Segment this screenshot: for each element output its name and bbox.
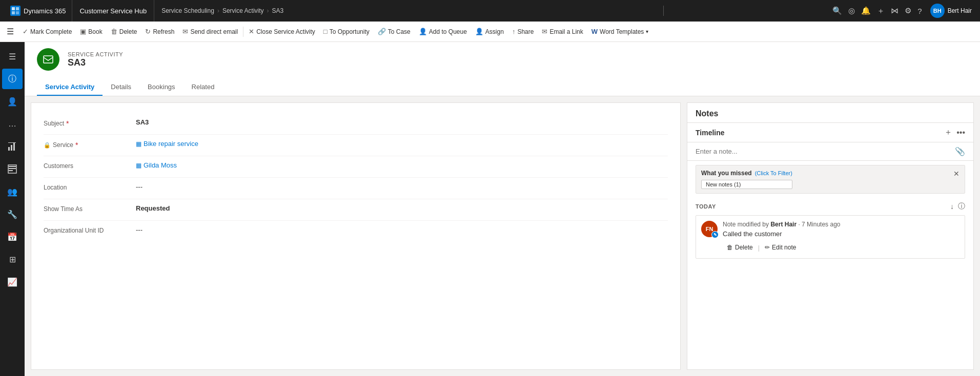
sidebar-item-calendar[interactable]: 📅 <box>2 226 23 247</box>
notifications-icon[interactable]: 🔔 <box>861 6 871 15</box>
tasks-icon[interactable]: ◎ <box>848 6 855 15</box>
word-templates-label: Word Templates <box>600 28 644 35</box>
timeline-date-actions: ↓ ⓘ <box>950 202 965 211</box>
subject-value[interactable]: SA3 <box>136 118 668 126</box>
wym-badge[interactable]: New notes (1) <box>701 180 792 189</box>
book-button[interactable]: ▣ Book <box>76 22 106 41</box>
delete-button[interactable]: 🗑 Delete <box>107 22 141 41</box>
svg-rect-0 <box>12 7 15 10</box>
settings-icon[interactable]: ⚙ <box>905 6 911 15</box>
wym-header: What you missed (Click To Filter) <box>701 170 792 177</box>
form-row-service: 🔒 Service * ▦ Bike repair service <box>44 135 668 156</box>
entry-avatar-badge: ✎ <box>711 231 719 238</box>
location-value[interactable]: --- <box>136 183 668 191</box>
opportunity-button[interactable]: □ To Opportunity <box>319 22 374 41</box>
send-email-label: Send direct email <box>190 28 238 35</box>
refresh-button[interactable]: ↻ Refresh <box>141 22 178 41</box>
search-icon[interactable]: 🔍 <box>832 6 842 15</box>
service-value[interactable]: ▦ Bike repair service <box>136 140 668 148</box>
timeline-add-button[interactable]: ＋ <box>944 127 952 138</box>
svg-rect-12 <box>44 56 53 63</box>
toolbar: ☰ ✓ Mark Complete ▣ Book 🗑 Delete ↻ Refr… <box>0 22 980 42</box>
attach-icon[interactable]: 📎 <box>955 147 965 156</box>
sidebar-item-reports[interactable] <box>2 136 23 157</box>
customer-field-icon: ▦ <box>136 162 141 169</box>
refresh-icon: ↻ <box>145 28 151 35</box>
form-row-customers: Customers ▦ Gilda Moss <box>44 156 668 178</box>
mark-complete-button[interactable]: ✓ Mark Complete <box>18 22 76 41</box>
breadcrumb-item-2[interactable]: Service Activity <box>222 7 264 14</box>
add-queue-label: Add to Queue <box>429 28 467 35</box>
sidebar-item-contacts[interactable]: 👥 <box>2 181 23 202</box>
tab-bookings[interactable]: Bookings <box>139 79 183 96</box>
word-icon: W <box>591 28 598 35</box>
timeline-more-button[interactable]: ••• <box>956 128 965 137</box>
timeline-header: Timeline ＋ ••• <box>687 123 973 142</box>
service-required: * <box>75 141 78 149</box>
tab-related[interactable]: Related <box>183 79 223 96</box>
svg-rect-1 <box>16 7 19 10</box>
timeline-sort-button[interactable]: ↓ <box>950 202 954 211</box>
sidebar-item-info[interactable]: ⓘ <box>2 69 23 89</box>
add-icon[interactable]: ＋ <box>877 6 885 16</box>
check-icon: ✓ <box>23 28 28 35</box>
form-row-location: Location --- <box>44 178 668 199</box>
entry-edit-button[interactable]: ✏ Edit note <box>761 242 800 253</box>
send-email-button[interactable]: ✉ Send direct email <box>178 22 242 41</box>
entry-body: Note modified by Bert Hair · 7 Minutes a… <box>723 221 959 253</box>
lock-icon: 🔒 <box>44 142 51 149</box>
brand-label: Dynamics 365 <box>24 7 66 15</box>
timeline-label: Timeline <box>696 129 725 137</box>
form-panel: Subject * SA3 🔒 Service * ▦ Bike repair … <box>31 102 681 370</box>
tab-details[interactable]: Details <box>103 79 139 96</box>
close-activity-button[interactable]: ✕ Close Service Activity <box>244 22 319 41</box>
help-icon[interactable]: ? <box>917 7 922 15</box>
entry-delete-button[interactable]: 🗑 Delete <box>723 242 757 253</box>
sidebar-item-menu[interactable]: ☰ <box>2 46 23 67</box>
org-unit-value[interactable]: --- <box>136 226 668 234</box>
wym-close-button[interactable]: ✕ <box>953 170 959 178</box>
assign-button[interactable]: 👤 Assign <box>471 22 508 41</box>
timeline-section: TODAY ↓ ⓘ FN ✎ <box>687 198 973 369</box>
show-time-value[interactable]: Requested <box>136 204 668 212</box>
note-input-area: 📎 <box>687 142 973 161</box>
note-input[interactable] <box>696 148 951 155</box>
wym-filter-link[interactable]: (Click To Filter) <box>755 170 792 176</box>
timeline-date-today: TODAY ↓ ⓘ <box>696 202 965 211</box>
hamburger-button[interactable]: ☰ <box>2 22 18 41</box>
notes-header: Notes <box>687 103 973 123</box>
nav-brand[interactable]: Dynamics 365 <box>4 0 72 22</box>
user-name: Bert Hair <box>948 7 972 14</box>
nav-hub[interactable]: Customer Service Hub <box>72 0 154 22</box>
breadcrumb-item-3[interactable]: SA3 <box>272 7 284 14</box>
breadcrumb-item-1[interactable]: Service Scheduling <box>161 7 214 14</box>
sidebar-item-hierarchy[interactable]: ⊞ <box>2 249 23 269</box>
sidebar-item-cases[interactable] <box>2 159 23 179</box>
sidebar-item-users[interactable]: 👤 <box>2 91 23 112</box>
svg-rect-5 <box>11 145 12 151</box>
wym-content: What you missed (Click To Filter) New no… <box>701 170 792 189</box>
nav-user[interactable]: BH Bert Hair <box>926 4 976 18</box>
subject-label: Subject * <box>44 118 136 128</box>
filter-icon[interactable]: ⋈ <box>891 6 899 15</box>
add-queue-button[interactable]: 👤 Add to Queue <box>415 22 471 41</box>
timeline-info-button[interactable]: ⓘ <box>958 202 965 211</box>
book-label: Book <box>88 28 102 35</box>
user-avatar: BH <box>930 4 945 18</box>
delete-label: Delete <box>119 28 137 35</box>
share-icon: ↑ <box>512 28 516 35</box>
opportunity-icon: □ <box>323 28 328 35</box>
main-layout: ☰ ⓘ 👤 … 👥 🔧 📅 ⊞ 📈 <box>0 42 980 376</box>
sidebar-item-tools[interactable]: 🔧 <box>2 204 23 224</box>
sidebar-item-more[interactable]: … <box>2 114 23 134</box>
to-case-button[interactable]: 🔗 To Case <box>374 22 415 41</box>
entry-actions: 🗑 Delete | ✏ Edit note <box>723 242 959 253</box>
email-link-button[interactable]: ✉ Email a Link <box>538 22 587 41</box>
customers-value[interactable]: ▦ Gilda Moss <box>136 161 668 169</box>
email-link-icon: ✉ <box>542 28 547 35</box>
word-templates-button[interactable]: W Word Templates ▾ <box>587 22 653 41</box>
sidebar-item-analytics[interactable]: 📈 <box>2 271 23 292</box>
tab-service-activity[interactable]: Service Activity <box>37 79 103 96</box>
share-button[interactable]: ↑ Share <box>508 22 538 41</box>
to-case-label: To Case <box>388 28 411 35</box>
